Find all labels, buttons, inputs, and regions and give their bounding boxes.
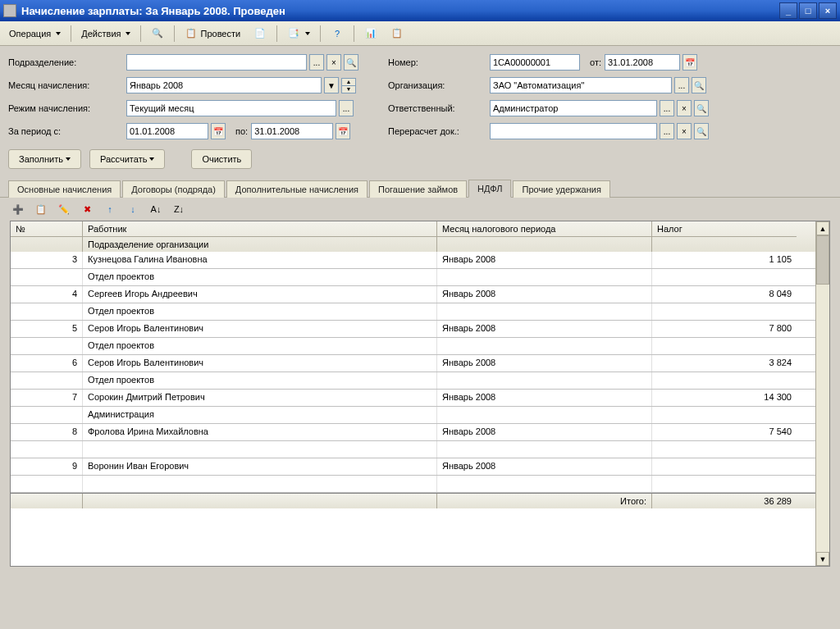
sort-desc-icon[interactable]: Z↓ bbox=[171, 201, 187, 217]
toolbar-list-icon[interactable]: 📊 bbox=[358, 25, 383, 43]
department-select-button[interactable]: ... bbox=[309, 54, 324, 71]
close-button[interactable]: × bbox=[819, 2, 837, 19]
cell-month: Январь 2008 bbox=[437, 458, 652, 475]
org-label: Организация: bbox=[388, 80, 486, 90]
tab-contracts[interactable]: Договоры (подряда) bbox=[122, 180, 225, 198]
col-num-sub bbox=[11, 236, 83, 252]
period-to-input[interactable]: 31.01.2008 bbox=[251, 123, 333, 139]
add-row-icon[interactable]: ➕ bbox=[10, 201, 26, 217]
org-select-button[interactable]: ... bbox=[674, 77, 689, 93]
col-dept-header[interactable]: Подразделение организации bbox=[83, 236, 437, 252]
org-input[interactable]: ЗАО "Автоматизация" bbox=[490, 77, 672, 93]
period-to-calendar-button[interactable]: 📅 bbox=[336, 123, 350, 139]
tab-additional[interactable]: Дополнительные начисления bbox=[226, 180, 368, 198]
cell-num: 9 bbox=[11, 458, 83, 475]
number-input[interactable]: 1СА00000001 bbox=[490, 54, 580, 71]
recalc-clear-button[interactable]: × bbox=[677, 123, 692, 139]
department-search-button[interactable]: 🔍 bbox=[344, 54, 358, 71]
operation-menu[interactable]: Операция bbox=[3, 25, 66, 43]
table-row[interactable]: 3Кузнецова Галина ИвановнаЯнварь 20081 1… bbox=[11, 252, 815, 286]
app-icon bbox=[3, 4, 16, 17]
calc-button[interactable]: Рассчитать bbox=[89, 149, 165, 169]
move-up-icon[interactable]: ↑ bbox=[102, 201, 118, 217]
table-row[interactable]: 6Серов Игорь ВалентиновичЯнварь 20083 82… bbox=[11, 355, 815, 390]
grid-footer: Итого: 36 289 bbox=[11, 493, 815, 508]
scroll-down-button[interactable]: ▼ bbox=[816, 552, 829, 566]
department-input[interactable] bbox=[126, 54, 307, 71]
mode-input[interactable]: Текущий месяц bbox=[126, 100, 336, 116]
cell-blank bbox=[652, 476, 797, 492]
department-clear-button[interactable]: × bbox=[326, 54, 341, 71]
responsible-clear-button[interactable]: × bbox=[677, 100, 692, 116]
post-button[interactable]: 📋Провести bbox=[179, 25, 246, 43]
mode-select-button[interactable]: ... bbox=[339, 100, 354, 116]
responsible-select-button[interactable]: ... bbox=[660, 100, 674, 116]
col-num-header[interactable]: № bbox=[11, 221, 83, 236]
move-down-icon[interactable]: ↓ bbox=[125, 201, 141, 217]
period-from-calendar-button[interactable]: 📅 bbox=[211, 123, 226, 139]
table-row[interactable]: 8Фролова Ирина МихайловнаЯнварь 20087 54… bbox=[11, 424, 815, 458]
cell-month: Январь 2008 bbox=[437, 321, 652, 337]
recalc-search-button[interactable]: 🔍 bbox=[694, 123, 709, 139]
copy-row-icon[interactable]: 📋 bbox=[33, 201, 49, 217]
recalc-input[interactable] bbox=[490, 123, 657, 139]
cell-tax: 8 049 bbox=[652, 286, 797, 303]
tab-loans[interactable]: Погашение займов bbox=[369, 180, 467, 198]
scroll-up-button[interactable]: ▲ bbox=[816, 221, 829, 235]
col-tax-header[interactable]: Налог bbox=[652, 221, 797, 236]
tab-ndfl[interactable]: НДФЛ bbox=[468, 180, 511, 198]
recalc-select-button[interactable]: ... bbox=[660, 123, 674, 139]
col-employee-header[interactable]: Работник bbox=[83, 221, 437, 236]
cell-blank bbox=[11, 269, 83, 285]
cell-tax: 7 800 bbox=[652, 321, 797, 337]
maximize-button[interactable]: □ bbox=[799, 2, 817, 19]
fill-button[interactable]: Заполнить bbox=[8, 149, 81, 169]
col-tax-sub bbox=[652, 236, 797, 252]
tab-main[interactable]: Основные начисления bbox=[8, 180, 121, 198]
tab-other[interactable]: Прочие удержания bbox=[513, 180, 609, 198]
actions-menu[interactable]: Действия bbox=[75, 25, 136, 43]
cell-month: Январь 2008 bbox=[437, 355, 652, 371]
help-button[interactable]: ? bbox=[325, 25, 349, 43]
cell-blank bbox=[652, 338, 797, 354]
month-down-button[interactable]: ▼ bbox=[341, 85, 356, 93]
cell-blank bbox=[11, 372, 83, 389]
window-title: Начисление зарплаты: За Январь 2008. Про… bbox=[21, 5, 778, 17]
table-row[interactable]: 4Сергеев Игорь АндреевичЯнварь 20088 049… bbox=[11, 286, 815, 321]
cell-blank bbox=[11, 338, 83, 354]
toolbar-structure-icon[interactable]: 📋 bbox=[385, 25, 409, 43]
toolbar-movement-icon[interactable]: 📄 bbox=[248, 25, 272, 43]
scroll-thumb[interactable] bbox=[816, 235, 829, 285]
toolbar-find-icon[interactable]: 🔍 bbox=[145, 25, 170, 43]
cell-employee: Серов Игорь Валентинович bbox=[83, 321, 437, 337]
cell-blank bbox=[11, 476, 83, 492]
date-input[interactable]: 31.01.2008 bbox=[605, 54, 680, 71]
cell-month: Январь 2008 bbox=[437, 286, 652, 303]
cell-employee: Серов Игорь Валентинович bbox=[83, 355, 437, 371]
recalc-label: Перерасчет док.: bbox=[388, 126, 486, 136]
col-month-header[interactable]: Месяц налогового периода bbox=[437, 221, 652, 236]
cell-dept: Отдел проектов bbox=[83, 372, 437, 389]
cell-blank bbox=[11, 441, 83, 458]
org-search-button[interactable]: 🔍 bbox=[692, 77, 706, 93]
month-input[interactable]: Январь 2008 bbox=[126, 77, 322, 93]
table-row[interactable]: 5Серов Игорь ВалентиновичЯнварь 20087 80… bbox=[11, 321, 815, 355]
responsible-search-button[interactable]: 🔍 bbox=[694, 100, 709, 116]
date-label: от: bbox=[590, 57, 601, 67]
delete-row-icon[interactable]: ✖ bbox=[79, 201, 95, 217]
sort-asc-icon[interactable]: A↓ bbox=[148, 201, 164, 217]
toolbar-print-icon[interactable]: 📑 bbox=[281, 25, 316, 43]
cell-employee: Сорокин Дмитрий Петрович bbox=[83, 390, 437, 406]
month-dropdown-button[interactable]: ▼ bbox=[324, 77, 339, 93]
date-calendar-button[interactable]: 📅 bbox=[682, 54, 697, 71]
clear-button[interactable]: Очистить bbox=[191, 149, 252, 169]
table-row[interactable]: 9Воронин Иван ЕгоровичЯнварь 2008 bbox=[11, 458, 815, 493]
data-grid: № Работник Подразделение организации Мес… bbox=[10, 221, 830, 567]
cell-tax bbox=[652, 458, 797, 475]
table-row[interactable]: 7Сорокин Дмитрий ПетровичЯнварь 200814 3… bbox=[11, 390, 815, 424]
responsible-input[interactable]: Администратор bbox=[490, 100, 657, 116]
period-from-input[interactable]: 01.01.2008 bbox=[126, 123, 208, 139]
edit-row-icon[interactable]: ✏️ bbox=[56, 201, 72, 217]
minimize-button[interactable]: _ bbox=[779, 2, 797, 19]
grid-scrollbar[interactable]: ▲ ▼ bbox=[815, 221, 829, 566]
